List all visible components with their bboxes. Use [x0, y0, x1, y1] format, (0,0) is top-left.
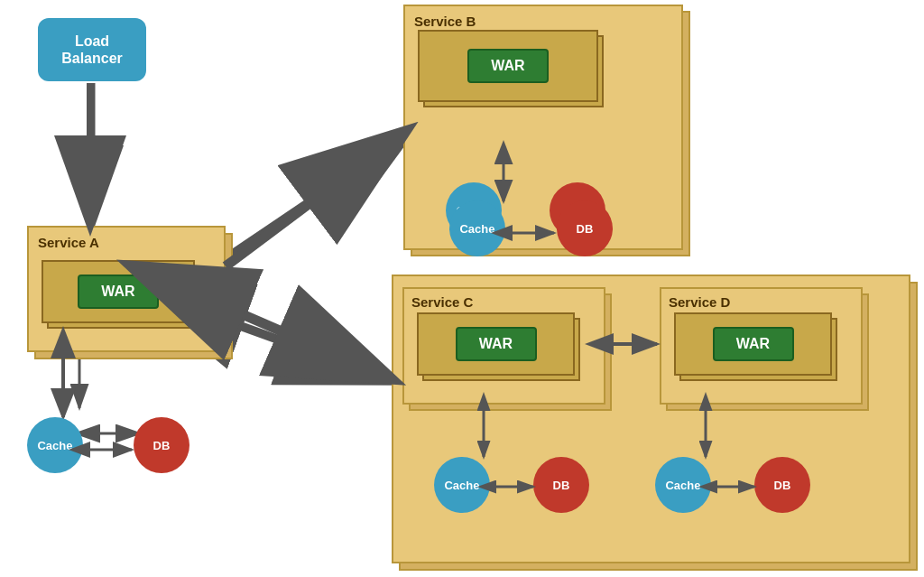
service-a-war: WAR	[78, 275, 159, 309]
c-d-connector-svg	[605, 335, 661, 353]
service-d-label: Service D	[661, 289, 861, 310]
service-d-war: WAR	[713, 327, 794, 361]
service-a-box: Service A WAR	[27, 226, 226, 352]
service-b-container: Service B WAR Cache DB	[403, 5, 683, 250]
service-a-label: Service A	[29, 228, 224, 250]
service-d-inner: WAR	[674, 312, 832, 376]
service-a-to-cd-arrow	[226, 321, 388, 379]
load-balancer-label: Load Balancer	[61, 33, 123, 67]
service-b-db: DB	[557, 200, 613, 256]
service-b-war-to-cache-svg	[494, 159, 513, 204]
service-cd-outer: Service C WAR Service D WAR	[392, 275, 910, 563]
service-a-to-cache-svg	[54, 352, 72, 420]
service-c-cache: Cache	[434, 457, 490, 513]
service-a-cache: Cache	[27, 417, 83, 473]
c-war-cache-svg	[475, 405, 493, 460]
svg-line-34	[226, 134, 402, 266]
service-d-box: Service D WAR	[660, 287, 863, 405]
service-a-to-b-arrow	[208, 140, 402, 271]
service-b-label: Service B	[405, 6, 681, 29]
service-c-db: DB	[533, 457, 589, 513]
service-c-label: Service C	[404, 289, 604, 310]
service-c-box: Service C WAR	[402, 287, 605, 405]
service-d-db: DB	[754, 457, 810, 513]
service-b-cache: Cache	[449, 200, 505, 256]
load-balancer: Load Balancer	[38, 18, 146, 81]
service-a-db: DB	[134, 417, 189, 473]
service-c-war: WAR	[456, 327, 537, 361]
service-a-inner: WAR	[42, 260, 195, 323]
d-cache-db-svg	[712, 479, 757, 494]
diagram-container: Load Balancer Service B WAR Cache DB Ser…	[0, 0, 924, 577]
service-a-cache-db-svg	[85, 442, 134, 457]
service-c-inner: WAR	[417, 312, 575, 376]
service-b-cache-db-svg	[507, 226, 557, 240]
d-war-cache-svg	[697, 405, 715, 460]
service-b-war: WAR	[467, 49, 549, 83]
service-b-inner: WAR	[418, 30, 598, 102]
service-d-cache: Cache	[655, 457, 711, 513]
svg-line-35	[226, 307, 388, 377]
c-cache-db-svg	[491, 479, 536, 494]
